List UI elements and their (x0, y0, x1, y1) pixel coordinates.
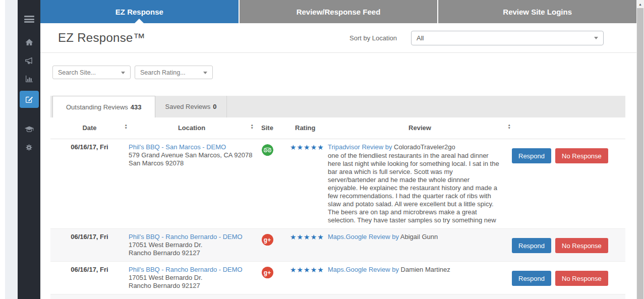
table-row: 06/16/17, Fri Phil's BBQ - Rancho Bernar… (50, 294, 625, 299)
vertical-scrollbar[interactable]: ▲ (636, 0, 644, 299)
star-rating: ★★★★★ (290, 233, 324, 241)
no-response-button[interactable]: No Response (555, 271, 608, 286)
tab-outstanding-reviews[interactable]: Outstanding Reviews 433 (52, 96, 155, 117)
outstanding-reviews-count: 433 (131, 103, 142, 111)
sort-by-location-label: Sort by Location (349, 34, 397, 42)
tab-review-site-logins-label: Review Site Logins (503, 8, 572, 16)
location-select[interactable]: All (411, 31, 604, 45)
chevron-down-icon (594, 37, 598, 39)
location-select-value: All (417, 34, 424, 42)
review-source-link[interactable]: Tripadvisor Review by (328, 143, 392, 151)
star-rating: ★★★★★ (290, 143, 324, 151)
gear-icon (25, 144, 33, 151)
sort-by-location-group: Sort by Location All (349, 31, 604, 45)
saved-reviews-label: Saved Reviews (165, 103, 211, 110)
location-link[interactable]: Phil's BBQ - Rancho Bernardo - DEMO (129, 266, 243, 273)
table-header-row: Date ▲ ▼ Location ▲ ▼ Si (50, 117, 625, 139)
sidebar-item-ez-response-active[interactable] (20, 91, 39, 108)
top-tab-bar: EZ Response Review/Response Feed Review … (40, 0, 636, 23)
scroll-up-arrow-icon[interactable]: ▲ (636, 0, 644, 8)
review-source-link[interactable]: Maps.Google Review by (328, 266, 399, 273)
reviewer-name: ColoradoTraveler2go (394, 143, 455, 151)
no-response-button[interactable]: No Response (555, 148, 608, 163)
no-response-button[interactable]: No Response (555, 238, 608, 253)
tripadvisor-icon (262, 144, 273, 156)
respond-button[interactable]: Respond (512, 148, 551, 163)
column-header-actions (512, 117, 625, 139)
google-plus-icon: g+ (262, 267, 273, 278)
location-address-line2: San Marcos 92078 (129, 159, 255, 167)
sidebar-item-home[interactable] (18, 33, 40, 51)
saved-reviews-count: 0 (213, 103, 216, 110)
tab-ez-response[interactable]: EZ Response (40, 0, 239, 23)
sort-icon[interactable]: ▲ ▼ (508, 124, 511, 129)
search-rating-placeholder: Search Rating... (140, 69, 186, 76)
tab-saved-reviews[interactable]: Saved Reviews 0 (155, 96, 227, 117)
location-address-line2: Rancho Bernardo 92127 (129, 249, 255, 257)
column-header-date[interactable]: Date ▲ ▼ (50, 117, 129, 139)
edit-pencil-icon (25, 95, 34, 104)
location-address-line2: Rancho Bernardo 92127 (129, 282, 255, 290)
column-header-location[interactable]: Location ▲ ▼ (129, 117, 255, 139)
chevron-down-icon (121, 72, 125, 74)
sort-icon[interactable]: ▲ ▼ (251, 124, 254, 129)
location-link[interactable]: Phil's BBQ - Rancho Bernardo - DEMO (129, 233, 243, 241)
search-site-placeholder: Search Site... (58, 69, 96, 76)
review-text: one of the friendliest restaurants in th… (328, 152, 499, 224)
review-date: 06/16/17, Fri (71, 266, 108, 273)
sidebar-item-announcements[interactable] (18, 51, 40, 70)
review-tab-strip: Outstanding Reviews 433 Saved Reviews 0 (50, 96, 625, 117)
reviewer-name: Abigail Gunn (400, 233, 438, 241)
home-icon (25, 38, 34, 47)
review-date: 06/16/17, Fri (71, 233, 108, 241)
table-row: 06/16/17, Fri Phil's BBQ - Rancho Bernar… (50, 262, 625, 294)
location-address-line1: 579 Grand Avenue San Marcos, CA 92078 (129, 151, 255, 159)
google-plus-icon: g+ (262, 234, 273, 246)
megaphone-icon (24, 56, 34, 66)
sidebar-item-reports[interactable] (18, 70, 40, 88)
page-title: EZ Response™ (58, 31, 145, 45)
reviewer-name: Damien Martinez (401, 266, 450, 273)
bar-chart-icon (25, 74, 34, 83)
reviews-table: Date ▲ ▼ Location ▲ ▼ Si (50, 117, 625, 299)
column-header-site: Site (255, 117, 280, 139)
respond-button[interactable]: Respond (512, 271, 551, 286)
sidebar-item-training[interactable] (18, 120, 40, 138)
reviews-panel: Outstanding Reviews 433 Saved Reviews 0 … (50, 96, 625, 299)
respond-button[interactable]: Respond (512, 238, 551, 253)
filter-bar: Search Site... Search Rating... (52, 66, 636, 79)
tab-review-response-feed-label: Review/Response Feed (297, 8, 381, 16)
search-rating-select[interactable]: Search Rating... (135, 66, 213, 79)
location-address-line1: 17051 West Bernardo Dr. (129, 241, 255, 249)
sidebar (18, 0, 40, 299)
outstanding-reviews-label: Outstanding Reviews (66, 103, 128, 111)
location-link[interactable]: Phil's BBQ - San Marcos - DEMO (129, 143, 226, 151)
tab-review-response-feed[interactable]: Review/Response Feed (240, 0, 438, 23)
sidebar-item-settings[interactable] (18, 138, 40, 156)
page-left-gutter (5, 0, 18, 299)
tab-ez-response-label: EZ Response (115, 8, 163, 16)
graduation-cap-icon (24, 124, 34, 134)
column-header-rating: Rating (280, 117, 328, 139)
app-window: EZ Response Review/Response Feed Review … (0, 0, 644, 299)
search-site-select[interactable]: Search Site... (52, 66, 131, 79)
location-address-line1: 17051 West Bernardo Dr. (129, 274, 255, 282)
active-tab-caret (135, 19, 144, 23)
hamburger-menu-icon[interactable] (18, 10, 40, 28)
main-content: EZ Response Review/Response Feed Review … (40, 0, 636, 299)
review-date: 06/16/17, Fri (71, 143, 108, 151)
hamburger-bars (24, 15, 34, 24)
tab-review-site-logins[interactable]: Review Site Logins (438, 0, 636, 23)
page-header: EZ Response™ Sort by Location All (40, 23, 636, 53)
column-header-review[interactable]: Review ▲ ▼ (328, 117, 512, 139)
star-rating: ★★★★★ (290, 266, 324, 274)
table-row: 06/16/17, Fri Phil's BBQ - Rancho Bernar… (50, 229, 625, 262)
table-row: 06/16/17, Fri Phil's BBQ - San Marcos - … (50, 139, 625, 229)
chevron-down-icon (203, 72, 207, 74)
scrollbar-thumb[interactable] (637, 8, 643, 299)
sort-icon[interactable]: ▲ ▼ (125, 124, 128, 129)
review-source-link[interactable]: Maps.Google Review by (328, 233, 399, 241)
